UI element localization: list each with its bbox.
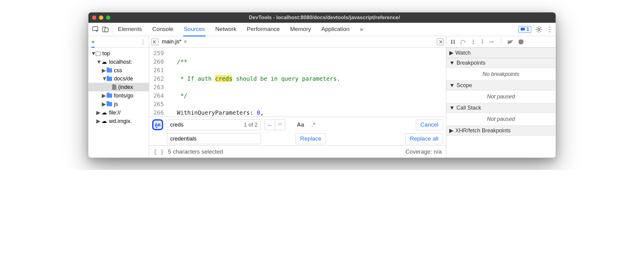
pause-icon[interactable] bbox=[450, 39, 455, 44]
replace-all-button[interactable]: Replace all bbox=[405, 133, 443, 144]
folder-icon bbox=[107, 68, 112, 73]
tree-docs[interactable]: ▼docs/de bbox=[88, 75, 149, 83]
svg-marker-24 bbox=[519, 39, 523, 44]
xhr-breakpoints-section[interactable]: ▶XHR/fetch Breakpoints bbox=[446, 125, 556, 136]
toolbar-right: 1 ⋮ bbox=[518, 25, 553, 33]
svg-point-20 bbox=[482, 39, 483, 41]
tree-localhost[interactable]: ▼☁localhost: bbox=[88, 58, 149, 66]
code-editor[interactable]: 259260261 262263264 265266267 /** * If a… bbox=[149, 48, 446, 117]
tree-file[interactable]: ▶☁file:// bbox=[88, 108, 149, 117]
toggle-replace-icon[interactable]: A↳B bbox=[152, 119, 163, 130]
find-nav: ︿ ﹀ bbox=[265, 119, 285, 130]
cancel-button[interactable]: Cancel bbox=[416, 119, 443, 130]
replace-value: credentials bbox=[170, 136, 197, 142]
watch-section[interactable]: ▶Watch bbox=[446, 48, 556, 58]
coverage-status: Coverage: n/a bbox=[406, 148, 442, 155]
tab-performance[interactable]: Performance bbox=[246, 23, 280, 36]
window-title: DevTools - localhost:8080/docs/devtools/… bbox=[115, 15, 552, 21]
tab-application[interactable]: Application bbox=[321, 23, 350, 36]
breakpoints-section[interactable]: ▼Breakpoints bbox=[446, 58, 556, 68]
debugger-pane: ▶Watch ▼Breakpoints No breakpoints ▼Scop… bbox=[446, 36, 556, 158]
tree-css[interactable]: ▶css bbox=[88, 66, 149, 75]
main-toolbar: Elements Console Sources Network Perform… bbox=[88, 23, 556, 36]
editor-status-bar: { } 5 characters selected Coverage: n/a bbox=[149, 145, 446, 158]
tree-js[interactable]: ▶js bbox=[88, 100, 149, 108]
pause-on-exceptions-icon[interactable] bbox=[518, 39, 524, 45]
window-controls bbox=[92, 15, 110, 20]
tree-index[interactable]: ▶(index bbox=[88, 83, 149, 91]
svg-line-11 bbox=[537, 31, 537, 32]
pretty-print-icon[interactable]: { } bbox=[153, 148, 164, 155]
zoom-window-button[interactable] bbox=[106, 15, 110, 20]
tab-elements[interactable]: Elements bbox=[117, 23, 142, 36]
debugger-toolbar bbox=[446, 36, 556, 48]
svg-rect-2 bbox=[105, 28, 108, 32]
svg-rect-0 bbox=[93, 27, 98, 31]
code-body[interactable]: /** * If auth creds should be in query p… bbox=[167, 48, 343, 117]
device-toolbar-icon[interactable] bbox=[101, 26, 110, 32]
next-file-icon[interactable] bbox=[437, 39, 444, 45]
issues-badge[interactable]: 1 bbox=[518, 26, 531, 33]
cloud-icon: ☁ bbox=[101, 59, 107, 65]
file-tab-label: main.js* bbox=[162, 39, 181, 45]
editor-tabs: main.js* × bbox=[149, 36, 446, 48]
navigator-sidebar: » ⋮ ▼top ▼☁localhost: ▶css ▼docs/de ▶(in… bbox=[88, 36, 149, 158]
navigator-header: » ⋮ bbox=[88, 36, 149, 48]
tab-network[interactable]: Network bbox=[215, 23, 237, 36]
close-tab-icon[interactable]: × bbox=[184, 39, 187, 45]
search-match-current: creds bbox=[215, 75, 232, 82]
find-input[interactable]: creds 1 of 2 bbox=[167, 119, 261, 130]
minimize-window-button[interactable] bbox=[99, 15, 103, 20]
file-icon bbox=[112, 84, 116, 90]
tabs-overflow-icon[interactable]: » bbox=[359, 23, 364, 36]
selection-status: 5 characters selected bbox=[168, 148, 223, 155]
match-case-toggle[interactable]: Aa bbox=[295, 121, 306, 128]
file-tab-mainjs[interactable]: main.js* × bbox=[162, 39, 187, 45]
find-value: creds bbox=[170, 122, 183, 128]
svg-rect-15 bbox=[454, 40, 455, 44]
inspect-element-icon[interactable] bbox=[91, 26, 101, 32]
next-match-button[interactable]: ﹀ bbox=[275, 119, 285, 130]
svg-point-3 bbox=[538, 28, 540, 30]
deactivate-breakpoints-icon[interactable] bbox=[507, 39, 513, 44]
settings-icon[interactable] bbox=[536, 26, 542, 33]
prev-match-button[interactable]: ︿ bbox=[265, 119, 275, 130]
file-tree: ▼top ▼☁localhost: ▶css ▼docs/de ▶(index … bbox=[88, 48, 149, 127]
tab-sources[interactable]: Sources bbox=[183, 23, 206, 36]
frame-icon bbox=[96, 52, 101, 56]
tab-memory[interactable]: Memory bbox=[289, 23, 312, 36]
issues-icon bbox=[520, 27, 525, 32]
find-replace-bar: A↳B creds 1 of 2 ︿ ﹀ Aa .* Cancel bbox=[149, 117, 446, 145]
svg-point-22 bbox=[489, 41, 491, 42]
navigator-menu-icon[interactable]: ⋮ bbox=[140, 39, 146, 45]
replace-input[interactable]: credentials bbox=[167, 133, 261, 144]
scope-section[interactable]: ▼Scope bbox=[446, 80, 556, 90]
folder-icon bbox=[107, 93, 112, 98]
gutter: 259260261 262263264 265266267 bbox=[149, 48, 167, 117]
prev-file-icon[interactable] bbox=[152, 39, 158, 45]
regex-toggle[interactable]: .* bbox=[310, 121, 317, 128]
tab-console[interactable]: Console bbox=[152, 23, 174, 36]
svg-line-8 bbox=[537, 27, 537, 28]
folder-icon bbox=[107, 102, 112, 106]
folder-icon bbox=[107, 77, 112, 81]
svg-point-18 bbox=[473, 43, 474, 44]
step-icon[interactable] bbox=[489, 40, 495, 44]
issues-count: 1 bbox=[526, 27, 529, 32]
tree-fonts[interactable]: ▶fonts/go bbox=[88, 91, 149, 100]
tree-top[interactable]: ▼top bbox=[88, 49, 149, 58]
svg-line-10 bbox=[540, 27, 541, 28]
sources-panel: » ⋮ ▼top ▼☁localhost: ▶css ▼docs/de ▶(in… bbox=[88, 36, 556, 158]
navigator-overflow-icon[interactable]: » bbox=[91, 39, 94, 48]
tree-wd[interactable]: ▶☁wd.imgix. bbox=[88, 117, 149, 125]
kebab-menu-icon[interactable]: ⋮ bbox=[546, 25, 553, 33]
replace-button[interactable]: Replace bbox=[296, 133, 326, 144]
step-out-icon[interactable] bbox=[480, 39, 485, 45]
step-into-icon[interactable] bbox=[471, 39, 475, 45]
separator bbox=[112, 25, 112, 34]
callstack-section[interactable]: ▼Call Stack bbox=[446, 103, 556, 113]
close-window-button[interactable] bbox=[92, 15, 96, 20]
window-titlebar: DevTools - localhost:8080/docs/devtools/… bbox=[88, 12, 556, 23]
step-over-icon[interactable] bbox=[460, 39, 466, 44]
editor-area: main.js* × 259260261 262263264 265266267… bbox=[149, 36, 446, 158]
